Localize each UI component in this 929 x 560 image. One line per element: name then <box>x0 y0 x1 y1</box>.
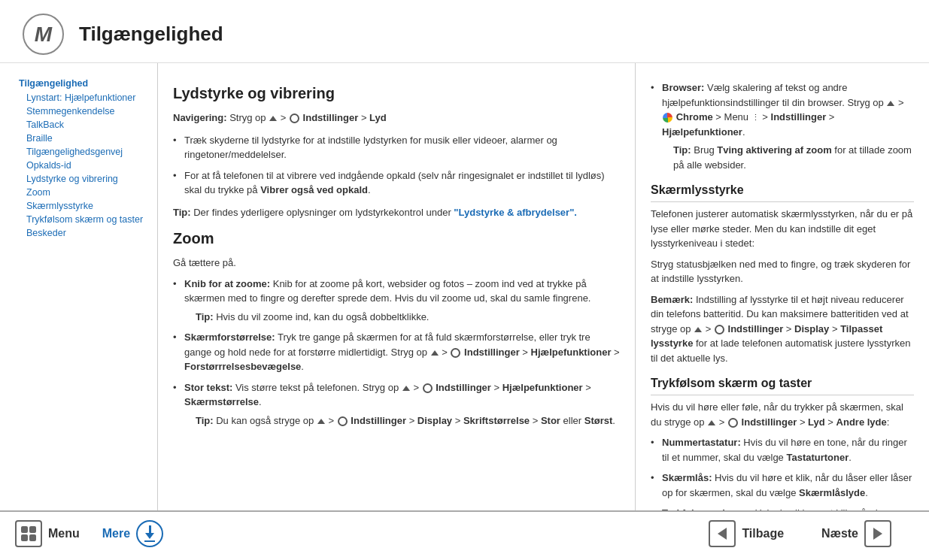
skaerm-para1: Telefonen justerer automatisk skærmlysst… <box>651 207 914 251</box>
logo-letter: M <box>35 23 52 47</box>
sidebar-item-stemmegenkendelse[interactable]: Stemmegenkendelse <box>19 106 146 117</box>
sidebar: Tilgængelighed Lynstart: Hjælpefunktione… <box>0 63 158 510</box>
grid-cell <box>29 526 36 533</box>
trykf-settings: Indstillinger <box>742 416 797 428</box>
header: M Tilgængelighed <box>0 0 929 63</box>
display-text: Display <box>417 415 452 426</box>
hjaelpefunktioner-text3: Hjælpefunktioner <box>662 126 742 138</box>
arrow-left-icon <box>718 528 727 540</box>
bullet-browser: Browser: Vælg skalering af tekst og andr… <box>651 80 914 172</box>
hjaelpefunktioner-text2: Hjælpefunktioner <box>502 382 583 393</box>
settings-icon3 <box>423 383 433 393</box>
grid-cell <box>29 534 36 541</box>
arrow-up-icon5 <box>887 101 894 106</box>
trykfoelsom-intro: Hvis du vil høre eller føle, når du tryk… <box>651 400 914 429</box>
nav-end: Lyd <box>369 112 387 123</box>
bullet-knib: Knib for at zoome: Knib for at zoome på … <box>173 277 620 325</box>
content-area: Lydstyrke og vibrering Navigering: Stryg… <box>158 63 929 510</box>
knib-label: Knib for at zoome: <box>184 278 270 289</box>
tastaturtoner: Tastaturtoner <box>786 452 849 463</box>
hjaelpefunktioner-text: Hjælpefunktioner <box>531 347 612 358</box>
tip-lydstyrke: Tip: Der findes yderligere oplysninger o… <box>173 205 620 220</box>
next-label: Næste <box>821 527 858 540</box>
sidebar-item-trykfoelsom[interactable]: Trykfølsom skærm og taster <box>19 214 146 225</box>
tving-bold: Tving aktivering af zoom <box>717 144 831 156</box>
stoerst-text: Størst <box>584 415 613 426</box>
arrow-up-icon4 <box>317 419 325 424</box>
tip-link: "Lydstyrke & afbrydelser". <box>454 207 577 218</box>
arrow-up-icon3 <box>402 386 410 391</box>
settings-text: Indstillinger <box>464 347 520 358</box>
stortekst-label: Stor tekst: <box>184 382 232 393</box>
arrow-shaft <box>149 525 151 533</box>
stor-text: Stor <box>541 415 560 426</box>
navigation-line: Navigering: Stryg op > Indstillinger > L… <box>173 110 620 126</box>
arrow-up-icon2 <box>431 350 439 356</box>
bullet-skaermlaas: Skærmlås: Hvis du vil høre et klik, når … <box>651 471 914 500</box>
grid-cell <box>21 534 28 541</box>
trykf-andre: Andre lyde <box>836 416 887 428</box>
sidebar-item-lynstart[interactable]: Lynstart: Hjælpefunktioner <box>19 92 146 103</box>
vibrer-bold: Vibrer også ved opkald <box>260 184 368 195</box>
settings-icon5 <box>715 325 724 334</box>
browser-label: Browser: <box>662 82 704 93</box>
nav-label: Navigering: <box>173 112 227 123</box>
tip-knib-label: Tip: <box>196 311 214 322</box>
trykfoelsom-bullets: Nummertastatur: Hvis du vil høre en tone… <box>651 435 914 510</box>
back-arrow-box <box>709 520 736 547</box>
browser-bullets: Browser: Vælg skalering af tekst og andr… <box>651 80 914 172</box>
sidebar-item-talkback[interactable]: TalkBack <box>19 120 146 130</box>
back-button[interactable]: Tilbage <box>709 520 784 547</box>
section-heading-skaermlysstyrke: Skærmlysstyrke <box>651 181 914 202</box>
sidebar-item-zoom[interactable]: Zoom <box>19 187 146 198</box>
tip-stortekst-label: Tip: <box>196 415 214 426</box>
mere-button[interactable]: Mere <box>102 520 163 547</box>
arrow-head <box>145 533 154 539</box>
menu-button[interactable]: Menu <box>15 520 80 547</box>
sidebar-item-opkalds-id[interactable]: Opkalds-id <box>19 160 146 171</box>
note-display: Display <box>794 323 829 334</box>
settings-text3: Indstillinger <box>351 415 406 426</box>
sidebar-item-tilgaengelighed[interactable]: Tilgængelighed <box>19 78 146 89</box>
sidebar-item-lydstyrke[interactable]: Lydstyrke og vibrering <box>19 174 146 184</box>
back-label: Tilbage <box>742 527 784 540</box>
trykf-lyd: Lyd <box>808 416 825 428</box>
bullet-item: For at få telefonen til at vibrere ved i… <box>173 168 620 198</box>
settings-text2: Indstillinger <box>436 382 491 393</box>
content-right: Browser: Vælg skalering af tekst og andr… <box>636 63 929 510</box>
skaerm-para2: Stryg statusbjælken ned med to fingre, o… <box>651 257 914 286</box>
skaermstorrelse-text: Skærmstørrelse <box>184 396 259 407</box>
sidebar-item-skaermlysstyrke[interactable]: Skærmlysstyrke <box>19 201 146 211</box>
settings-icon6 <box>728 418 738 428</box>
bullet-item: Træk skyderne til lydstyrke for at indst… <box>173 133 620 162</box>
note-settings: Indstillinger <box>728 323 784 334</box>
bullet-stortekst: Stor tekst: Vis større tekst på telefone… <box>173 380 620 428</box>
tip-knib: Tip: Hvis du vil zoome ind, kan du også … <box>196 310 620 325</box>
sidebar-item-beskeder[interactable]: Beskeder <box>19 228 146 238</box>
lydstyrke-bullets: Træk skyderne til lydstyrke for at indst… <box>173 133 620 198</box>
bullet-trykfoelsom-skaerm: Trykfølsom skærm: Hvis du vil høre et kl… <box>651 506 914 510</box>
download-icon <box>136 520 163 547</box>
arrow-right-icon <box>873 528 882 540</box>
indstillinger-text: Indstillinger <box>771 111 827 123</box>
settings-icon2 <box>451 348 460 358</box>
content-left: Lydstyrke og vibrering Navigering: Stryg… <box>158 63 636 510</box>
chrome-text: Chrome <box>676 111 713 123</box>
menu-icon-box <box>15 520 42 547</box>
forst-text: Forstørrrelsesbevægelse <box>184 361 301 372</box>
mere-label: Mere <box>102 527 130 540</box>
arrow-up-icon6 <box>694 327 702 332</box>
tip-browser-label: Tip: <box>673 144 691 156</box>
skaerm-label: Skærmlås: <box>662 472 712 483</box>
tip-browser: Tip: Brug Tving aktivering af zoom for a… <box>673 143 914 172</box>
next-button[interactable]: Næste <box>821 520 891 547</box>
tip-stortekst: Tip: Du kan også stryge op > Indstilling… <box>196 413 620 428</box>
sidebar-item-braille[interactable]: Braille <box>19 133 146 144</box>
footer: Menu Mere Tilbage Næste <box>0 510 929 555</box>
download-arrow-icon <box>144 525 155 542</box>
sidebar-item-tilgaengelighedsgenvej[interactable]: Tilgængelighedsgenvej <box>19 147 146 157</box>
menu-label: Menu <box>48 527 80 540</box>
motorola-logo: M <box>23 14 64 55</box>
zoom-intro: Gå tættere på. <box>173 256 620 271</box>
num-label: Nummertastatur: <box>662 437 741 448</box>
